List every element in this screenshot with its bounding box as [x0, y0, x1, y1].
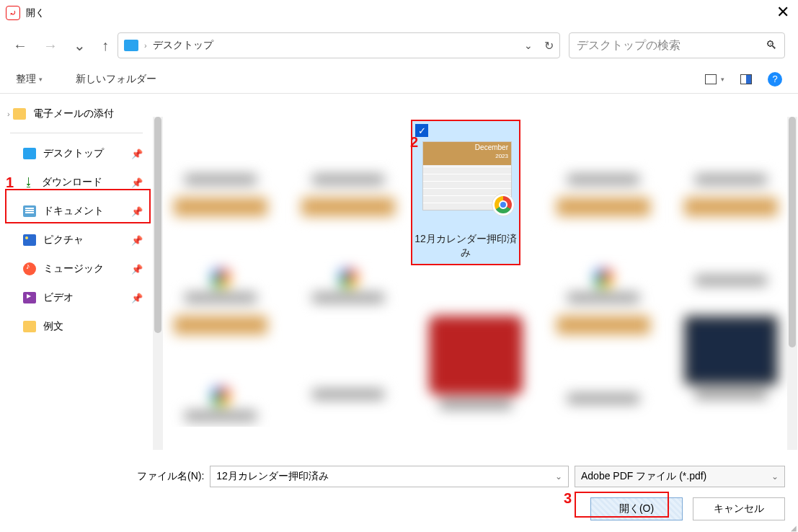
- filepane-scrollbar[interactable]: [787, 117, 797, 450]
- view-mode-button[interactable]: ▾: [705, 74, 724, 84]
- chevron-down-icon[interactable]: ⌄: [771, 471, 779, 482]
- pin-icon[interactable]: 📌: [131, 235, 143, 246]
- filetype-value: Adobe PDF ファイル (*.pdf): [581, 470, 706, 483]
- folder-icon: [23, 321, 36, 332]
- sidebar-item-documents[interactable]: ドキュメント 📌: [0, 197, 153, 226]
- sidebar-item-label: 例文: [43, 320, 63, 333]
- search-input[interactable]: デスクトップの検索 🔍︎: [569, 32, 785, 58]
- document-icon: [23, 205, 36, 217]
- chevron-right-icon[interactable]: ›: [7, 110, 10, 118]
- download-icon: ⭳: [23, 176, 35, 189]
- pin-icon[interactable]: 📌: [131, 148, 143, 159]
- sidebar-item-label: ミュージック: [43, 262, 104, 275]
- sidebar-item-downloads[interactable]: ⭳ ダウンロード 📌: [0, 168, 153, 197]
- chrome-badge-icon: [492, 193, 515, 216]
- file-item-label: 12月カレンダー押印済み: [412, 232, 519, 260]
- picture-icon: [23, 234, 36, 246]
- sidebar-item-desktop[interactable]: デスクトップ 📌: [0, 139, 153, 168]
- pin-icon[interactable]: 📌: [131, 293, 143, 303]
- forward-icon[interactable]: →: [43, 37, 58, 54]
- filename-input[interactable]: 12月カレンダー押印済み ⌄: [210, 466, 569, 487]
- cancel-button[interactable]: キャンセル: [693, 497, 785, 520]
- dropdown-arrow-icon: ▾: [39, 76, 43, 83]
- preview-pane-button[interactable]: [740, 74, 752, 84]
- bottom-panel: ファイル名(N): 12月カレンダー押印済み ⌄ Adobe PDF ファイル …: [0, 457, 798, 532]
- breadcrumb-location[interactable]: デスクトップ: [153, 39, 213, 52]
- search-placeholder: デスクトップの検索: [577, 38, 680, 53]
- sidebar-separator: [10, 133, 143, 133]
- desktop-icon: [23, 148, 36, 159]
- chevron-down-icon[interactable]: ⌄: [555, 471, 562, 482]
- recent-dropdown-icon[interactable]: ⌄: [74, 37, 86, 54]
- annotation-1: 1: [6, 174, 14, 191]
- chevron-down-icon[interactable]: ⌄: [524, 40, 533, 51]
- sidebar-item-label: ピクチャ: [43, 234, 84, 247]
- sidebar-item-label: デスクトップ: [43, 147, 104, 160]
- thumb-year: 2023: [495, 153, 508, 159]
- dropdown-arrow-icon: ▾: [721, 76, 724, 83]
- chevron-right-icon: ›: [144, 41, 147, 50]
- sidebar-item-label: ドキュメント: [43, 205, 104, 218]
- search-icon: 🔍︎: [766, 39, 777, 52]
- sidebar-item-label: ダウンロード: [42, 176, 102, 189]
- window-title: 開く: [26, 6, 45, 19]
- sidebar-item-label: ビデオ: [43, 291, 74, 304]
- sidebar-item-music[interactable]: ミュージック 📌: [0, 254, 153, 283]
- folder-icon: [13, 108, 26, 120]
- annotation-2: 2: [410, 134, 418, 151]
- file-pane[interactable]: ✓ December2023 12月カレンダー押印済み: [153, 94, 798, 427]
- help-icon[interactable]: ?: [768, 72, 782, 87]
- new-folder-button[interactable]: 新しいフォルダー: [76, 73, 156, 86]
- resize-grip-icon[interactable]: ◢: [791, 526, 797, 531]
- back-icon[interactable]: ←: [13, 37, 27, 54]
- sidebar-item-examples[interactable]: 例文: [0, 312, 153, 341]
- file-item-selected[interactable]: ✓ December2023 12月カレンダー押印済み: [411, 120, 520, 265]
- organize-menu[interactable]: 整理 ▾: [16, 73, 43, 86]
- music-icon: [23, 262, 36, 275]
- main-area: › 電子メールの添付 デスクトップ 📌 ⭳ ダウンロード 📌 ドキュメント 📌 …: [0, 94, 798, 427]
- address-bar[interactable]: › デスクトップ ⌄ ↻: [118, 32, 560, 58]
- filetype-select[interactable]: Adobe PDF ファイル (*.pdf) ⌄: [575, 466, 785, 487]
- preview-pane-icon: [740, 74, 752, 84]
- close-icon[interactable]: ✕: [776, 3, 789, 22]
- filename-label: ファイル名(N):: [137, 470, 204, 483]
- toolbar: 整理 ▾ 新しいフォルダー ▾ ?: [0, 65, 798, 94]
- video-icon: [23, 292, 36, 303]
- refresh-icon[interactable]: ↻: [544, 39, 554, 53]
- annotation-3: 3: [564, 490, 572, 507]
- up-icon[interactable]: ↑: [102, 37, 109, 54]
- thumb-month: December: [475, 143, 508, 151]
- adobe-pdf-icon: ⤾: [6, 6, 20, 20]
- title-bar: ⤾ 開く ✕: [0, 0, 798, 26]
- sidebar-item-label: 電子メールの添付: [33, 107, 114, 120]
- pin-icon[interactable]: 📌: [131, 177, 143, 188]
- nav-row: ← → ⌄ ↑ › デスクトップ ⌄ ↻ デスクトップの検索 🔍︎: [0, 26, 798, 65]
- desktop-icon: [124, 40, 138, 51]
- sidebar-item-email-attachments[interactable]: › 電子メールの添付: [0, 99, 153, 128]
- filename-value: 12月カレンダー押印済み: [216, 470, 329, 483]
- sidebar: › 電子メールの添付 デスクトップ 📌 ⭳ ダウンロード 📌 ドキュメント 📌 …: [0, 94, 153, 427]
- pin-icon[interactable]: 📌: [131, 206, 143, 217]
- open-button[interactable]: 開く(O): [590, 497, 683, 520]
- sidebar-item-videos[interactable]: ビデオ 📌: [0, 283, 153, 312]
- sidebar-item-pictures[interactable]: ピクチャ 📌: [0, 226, 153, 254]
- pin-icon[interactable]: 📌: [131, 264, 143, 275]
- sidebar-scrollbar[interactable]: [153, 117, 163, 450]
- nav-buttons: ← → ⌄ ↑: [13, 37, 109, 54]
- organize-label: 整理: [16, 73, 36, 86]
- view-square-icon: [705, 74, 717, 84]
